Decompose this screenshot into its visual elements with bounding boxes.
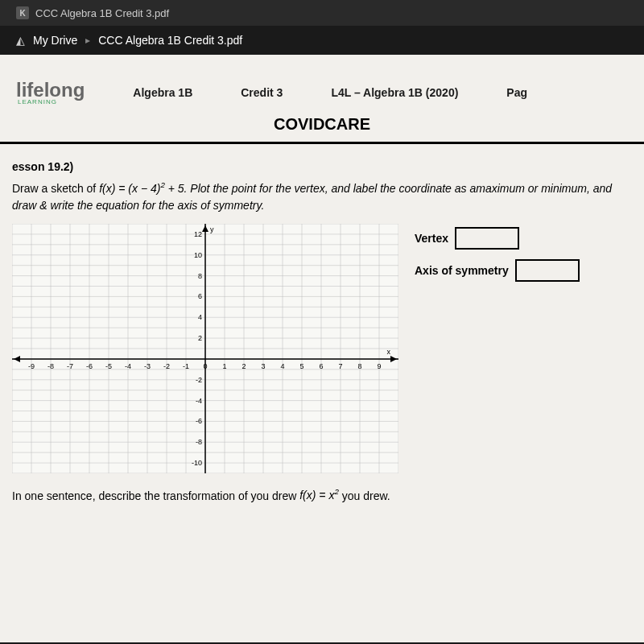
svg-text:5: 5 [299,362,303,370]
document-header: lifelong LEARNING Algebra 1B Credit 3 L4… [0,71,644,144]
course-name: Algebra 1B [133,86,192,99]
svg-text:8: 8 [198,271,202,279]
breadcrumb-drive[interactable]: My Drive [33,34,77,47]
svg-text:-8: -8 [47,362,54,370]
svg-marker-81 [14,356,20,362]
svg-text:-10: -10 [192,459,202,467]
breadcrumb: ◭ My Drive ▸ CCC Algebra 1B Credit 3.pdf [0,26,644,55]
program-label: L4L – Algebra 1B (2020) [331,86,458,99]
divider [0,142,644,144]
svg-text:2: 2 [198,334,202,342]
svg-marker-80 [390,356,397,362]
transformation-question: In one sentence, describe the transforma… [12,488,632,502]
logo: lifelong LEARNING [16,79,85,105]
svg-text:7: 7 [338,362,342,370]
svg-text:6: 6 [198,292,202,300]
svg-text:12: 12 [194,230,202,238]
svg-text:6: 6 [319,362,323,370]
answer-section: Vertex Axis of symmetry [415,224,580,477]
credit-label: Credit 3 [241,86,283,99]
breadcrumb-file[interactable]: CCC Algebra 1B Credit 3.pdf [98,34,242,47]
svg-text:-4: -4 [125,362,131,370]
svg-text:y: y [210,225,214,233]
vertex-label: Vertex [415,232,448,245]
svg-text:-6: -6 [86,362,93,370]
grid-svg: -9-8-7-6-5-4-3-2-10123456789-10-8-6-4-22… [12,224,398,473]
axis-symmetry-input[interactable] [515,259,580,282]
tab-title: CCC Algebra 1B Credit 3.pdf [35,7,169,19]
svg-text:-9: -9 [28,362,35,370]
svg-text:2: 2 [242,362,246,370]
page-label: Pag [506,86,527,99]
svg-text:-4: -4 [196,396,202,404]
tab-favicon: K [16,6,29,19]
vertex-input[interactable] [455,227,519,250]
instruction-text: Draw a sketch of f(x) = (x − 4)2 + 5. Pl… [12,180,632,214]
svg-text:-6: -6 [196,417,202,425]
svg-text:-7: -7 [67,362,73,370]
svg-text:-2: -2 [196,375,202,383]
svg-text:10: 10 [194,250,202,258]
svg-text:4: 4 [280,362,284,370]
svg-text:1: 1 [222,362,226,370]
svg-text:-8: -8 [196,438,202,446]
svg-text:4: 4 [198,313,202,321]
browser-tab[interactable]: K CCC Algebra 1B Credit 3.pdf [0,0,644,26]
page-title: COVIDCARE [0,115,644,134]
content: esson 19.2) Draw a sketch of f(x) = (x −… [0,160,644,502]
chevron-right-icon: ▸ [85,35,90,46]
logo-text: lifelong [16,79,85,101]
svg-text:3: 3 [261,362,265,370]
document-page: lifelong LEARNING Algebra 1B Credit 3 L4… [0,55,644,642]
svg-text:0: 0 [203,362,207,370]
svg-text:-3: -3 [144,362,151,370]
axis-symmetry-label: Axis of symmetry [415,264,509,277]
svg-text:-5: -5 [105,362,112,370]
svg-text:x: x [387,348,391,356]
lesson-label: esson 19.2) [12,160,632,173]
svg-marker-82 [202,225,208,232]
coordinate-grid: -9-8-7-6-5-4-3-2-10123456789-10-8-6-4-22… [12,224,398,477]
svg-text:9: 9 [377,362,381,370]
svg-text:-2: -2 [163,362,170,370]
svg-text:8: 8 [357,362,361,370]
svg-text:-1: -1 [183,362,189,370]
drive-icon: ◭ [16,34,25,47]
